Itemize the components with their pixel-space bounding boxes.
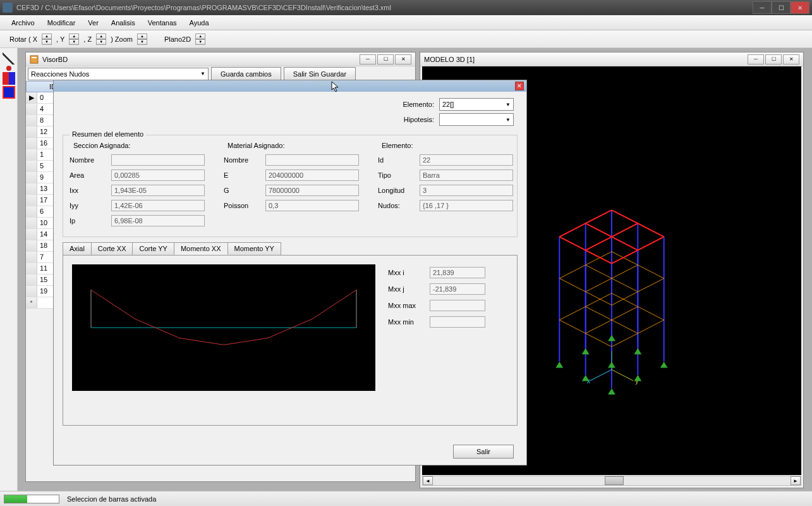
guarda-cambios-button[interactable]: Guarda cambios <box>211 67 281 81</box>
seccion-title: Seccion Asignada: <box>73 142 205 149</box>
svg-line-36 <box>612 252 638 265</box>
elem-id-input[interactable] <box>420 154 513 166</box>
z-label: , Z <box>83 35 92 43</box>
progress-bar <box>4 495 59 503</box>
spinner-x[interactable]: ▲▼ <box>42 34 52 45</box>
spinner-y[interactable]: ▲▼ <box>69 34 79 45</box>
elem-nudos-input[interactable] <box>420 200 513 211</box>
menu-analisis[interactable]: Analisis <box>105 17 142 28</box>
spinner-z[interactable]: ▲▼ <box>96 34 106 45</box>
visorbd-title: VisorBD <box>42 56 360 63</box>
elem-tipo-label: Tipo <box>378 171 415 179</box>
tab-momento-xx[interactable]: Momento XX <box>174 242 228 255</box>
spinner-zoom[interactable]: ▲▼ <box>137 34 147 45</box>
esfuerzos-close-button[interactable]: ✕ <box>515 82 524 90</box>
svg-line-21 <box>612 307 638 320</box>
seccion-ip-input[interactable] <box>111 215 205 226</box>
svg-line-40 <box>559 237 585 250</box>
material-g-input[interactable] <box>265 185 359 196</box>
red-dot-icon[interactable] <box>6 66 11 71</box>
menu-modificar[interactable]: Modificar <box>41 17 82 28</box>
seccion-nombre-label: Nombre <box>70 156 106 164</box>
scroll-track[interactable] <box>433 476 791 485</box>
minimize-button[interactable]: ─ <box>753 1 772 14</box>
chevron-down-icon: ▼ <box>506 102 511 108</box>
reacciones-combo-text: Reacciones Nudos <box>31 70 89 78</box>
main-area: VisorBD ─ ☐ ✕ Reacciones Nudos ▼ Guarda … <box>18 48 812 491</box>
tab-axial[interactable]: Axial <box>63 242 92 255</box>
chevron-down-icon: ▼ <box>200 71 205 77</box>
hipotesis-dropdown[interactable]: ▼ <box>439 113 514 126</box>
elemento-dropdown[interactable]: 22[]▼ <box>439 98 514 111</box>
spinner-plano2d[interactable]: ▲▼ <box>195 34 205 45</box>
svg-line-31 <box>586 278 612 292</box>
elem-tipo-input[interactable] <box>420 170 513 181</box>
pencil-icon[interactable] <box>3 52 15 65</box>
modelo3d-minimize-button[interactable]: ─ <box>748 54 764 65</box>
svg-line-17 <box>638 320 664 333</box>
seccion-ixx-input[interactable] <box>111 185 205 196</box>
modelo3d-title: MODELO 3D [1] <box>424 56 748 63</box>
elemento-col-title: Elemento: <box>382 142 513 149</box>
svg-line-22 <box>638 307 664 320</box>
svg-line-48 <box>612 210 638 223</box>
visorbd-close-button[interactable]: ✕ <box>395 54 411 65</box>
tab-corte-xx[interactable]: Corte XX <box>91 242 133 255</box>
modelo3d-hscroll[interactable]: ◄ ► <box>422 476 801 486</box>
seccion-iyy-label: Iyy <box>70 202 106 209</box>
y-label: , Y <box>56 35 64 43</box>
reacciones-combo[interactable]: Reacciones Nudos ▼ <box>28 68 209 80</box>
split-color-icon[interactable] <box>3 72 15 85</box>
menu-archivo[interactable]: Archivo <box>5 17 41 28</box>
scroll-right-icon[interactable]: ► <box>791 476 801 485</box>
rotar-label: Rotar ( X <box>9 35 37 43</box>
modelo3d-close-button[interactable]: ✕ <box>783 54 799 65</box>
resumen-groupbox: Resumen del elemento Seccion Asignada: N… <box>63 135 518 237</box>
blue-square-icon[interactable] <box>3 86 15 99</box>
tab-momento-yy[interactable]: Momento YY <box>227 242 281 255</box>
maximize-button[interactable]: ☐ <box>772 1 791 14</box>
scroll-thumb[interactable] <box>605 476 624 485</box>
modelo3d-maximize-button[interactable]: ☐ <box>765 54 782 65</box>
svg-line-33 <box>612 265 638 278</box>
svg-line-24 <box>612 293 638 307</box>
seccion-iyy-input[interactable] <box>111 200 205 211</box>
window-buttons: ─ ☐ ✕ <box>753 1 809 14</box>
scroll-left-icon[interactable]: ◄ <box>423 476 433 485</box>
elem-long-input[interactable] <box>420 185 513 196</box>
mxx-j-input[interactable] <box>430 283 485 295</box>
svg-line-23 <box>559 307 585 320</box>
mxx-j-label: Mxx j <box>388 285 425 293</box>
visorbd-titlebar[interactable]: VisorBD ─ ☐ ✕ <box>26 52 415 66</box>
menu-ver[interactable]: Ver <box>82 17 105 28</box>
mxx-min-input[interactable] <box>430 316 485 328</box>
modelo3d-titlebar[interactable]: MODELO 3D [1] ─ ☐ ✕ <box>420 52 803 66</box>
elemento-label: Elemento: <box>396 101 434 108</box>
salir-button[interactable]: Salir <box>453 445 514 459</box>
mxx-values: Mxx i Mxx j Mxx max Mxx min <box>388 264 508 416</box>
svg-line-45 <box>612 223 638 237</box>
svg-line-49 <box>586 210 612 223</box>
esfuerzos-titlebar[interactable]: ✕ <box>54 80 526 92</box>
material-nombre-input[interactable] <box>265 154 359 166</box>
momento-chart <box>72 264 375 391</box>
toolbar: Rotar ( X ▲▼ , Y ▲▼ , Z ▲▼ ) Zoom ▲▼ Pla… <box>0 30 812 48</box>
hipotesis-label: Hipotesis: <box>396 116 434 123</box>
mxx-max-input[interactable] <box>430 300 485 311</box>
seccion-nombre-input[interactable] <box>111 154 205 166</box>
tab-corte-yy[interactable]: Corte YY <box>132 242 174 255</box>
svg-line-18 <box>612 320 638 333</box>
seccion-area-input[interactable] <box>111 170 205 181</box>
plano2d-label: Plano2D <box>164 35 191 43</box>
menu-ayuda[interactable]: Ayuda <box>183 17 215 28</box>
close-button[interactable]: ✕ <box>791 1 809 14</box>
svg-line-29 <box>638 278 664 292</box>
material-title: Material Asignado: <box>227 142 359 149</box>
material-poisson-input[interactable] <box>265 200 359 211</box>
material-e-input[interactable] <box>265 170 359 181</box>
menu-ventanas[interactable]: Ventanas <box>142 17 183 28</box>
visorbd-minimize-button[interactable]: ─ <box>360 54 376 65</box>
salir-sin-guardar-button[interactable]: Salir Sin Guardar <box>284 67 356 81</box>
visorbd-maximize-button[interactable]: ☐ <box>377 54 394 65</box>
mxx-i-input[interactable] <box>430 267 485 278</box>
